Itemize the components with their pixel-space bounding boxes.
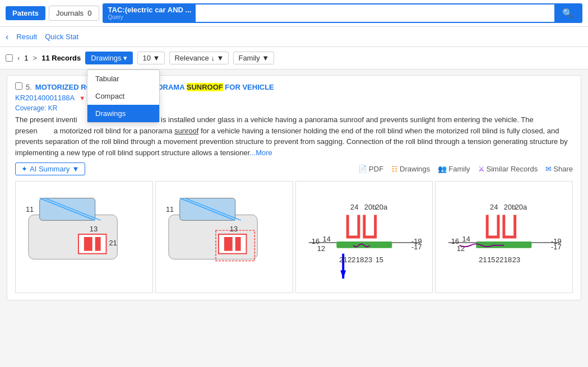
pdf-link[interactable]: 📄 PDF: [358, 165, 383, 173]
title-post: FOR VEHICLE: [223, 83, 274, 91]
svg-text:21: 21: [109, 239, 117, 247]
svg-text:12: 12: [457, 244, 465, 253]
view-option-tabular[interactable]: Tabular: [87, 70, 159, 87]
view-option-drawings[interactable]: Drawings: [87, 105, 159, 122]
records-count: 11 Records: [41, 54, 81, 62]
svg-rect-38: [476, 241, 532, 248]
svg-text:-17: -17: [551, 243, 562, 251]
drawing-thumb-4[interactable]: 14 24 20b 20a 12 16 -19 -17 21 15 22 18 …: [435, 181, 573, 293]
result-link[interactable]: Result: [16, 32, 37, 41]
view-option-compact[interactable]: Compact: [87, 87, 159, 105]
similar-records-link[interactable]: ⚔ Similar Records: [478, 165, 538, 173]
similar-icon: ⚔: [478, 165, 485, 173]
patent-id[interactable]: KR20140001188A: [15, 94, 75, 102]
records-bar: ‹ 1 > 11 Records Drawings ▾ Tabular Comp…: [0, 47, 588, 69]
svg-text:12: 12: [317, 244, 325, 253]
ai-sparkle-icon: ✦: [21, 165, 27, 173]
action-links: 📄 PDF ☷ Drawings 👥 Family ⚔ Similar Reco…: [358, 165, 573, 173]
ai-summary-label: AI Summary: [30, 165, 70, 173]
search-prefix-wrap: TAC:(electric car AND ... Query: [104, 4, 196, 22]
next-page-button[interactable]: >: [33, 54, 38, 62]
svg-text:24: 24: [350, 203, 358, 211]
svg-text:20a: 20a: [375, 203, 387, 211]
view-caret-icon: ▾: [123, 54, 127, 62]
prev-page-button[interactable]: ‹: [17, 54, 20, 62]
sort-dropdown[interactable]: Relevance ↓ ▼: [169, 52, 229, 64]
result-actions: ✦ AI Summary ▼ 📄 PDF ☷ Drawings 👥 Family: [15, 162, 573, 175]
svg-rect-16: [235, 237, 240, 251]
svg-rect-6: [95, 237, 101, 251]
search-prefix-text: TAC:(electric car AND ...: [108, 6, 192, 14]
share-link[interactable]: ✉ Share: [545, 165, 573, 173]
result-number: 5.: [26, 83, 32, 91]
svg-text:13: 13: [90, 225, 98, 233]
svg-text:18: 18: [504, 255, 512, 264]
svg-text:23: 23: [364, 255, 372, 264]
coverage-link[interactable]: Coverage: KR: [15, 104, 57, 112]
drawing-thumb-1[interactable]: 11 13 21: [15, 181, 153, 293]
svg-text:15: 15: [487, 255, 495, 264]
svg-text:20b: 20b: [504, 203, 516, 211]
drawing-thumb-3[interactable]: 14 24 20b 20a 12 16 -19 -17 21 22 18 23 …: [295, 181, 433, 293]
svg-text:21: 21: [339, 255, 347, 264]
search-box: TAC:(electric car AND ... Query 🔍: [103, 3, 582, 23]
svg-rect-15: [224, 237, 233, 251]
family-icon: 👥: [438, 165, 447, 173]
svg-text:11: 11: [26, 205, 34, 213]
view-dropdown-button[interactable]: Drawings ▾: [85, 52, 133, 64]
search-button[interactable]: 🔍: [554, 4, 581, 22]
per-page-dropdown[interactable]: 10 ▼: [137, 52, 165, 64]
family-dropdown[interactable]: Family ▼: [233, 52, 274, 64]
bookmark-icon[interactable]: ▼: [79, 95, 85, 101]
search-input[interactable]: [196, 4, 554, 22]
svg-marker-23: [340, 270, 346, 278]
svg-text:11: 11: [166, 205, 174, 213]
svg-text:20b: 20b: [364, 203, 376, 211]
svg-text:20a: 20a: [515, 203, 527, 211]
title-ama: AMA: [168, 83, 187, 91]
drawings-grid: 11 13 21 11 13: [15, 181, 573, 293]
view-label: Drawings: [91, 54, 121, 62]
drawings-icon: ☷: [391, 165, 398, 173]
svg-rect-5: [84, 237, 92, 251]
top-bar: Patents Journals 0 TAC:(electric car AND…: [0, 0, 588, 27]
svg-text:14: 14: [462, 235, 470, 243]
share-icon: ✉: [545, 165, 552, 173]
ai-summary-button[interactable]: ✦ AI Summary ▼: [15, 162, 85, 175]
tab-journals[interactable]: Journals 0: [49, 6, 99, 21]
back-button[interactable]: ‹: [6, 32, 8, 42]
quickstat-link[interactable]: Quick Stat: [45, 32, 78, 41]
page-current: 1: [24, 54, 28, 62]
svg-rect-4: [78, 234, 107, 254]
svg-text:14: 14: [322, 235, 330, 243]
drawings-link[interactable]: ☷ Drawings: [391, 165, 430, 173]
svg-text:22: 22: [496, 255, 503, 264]
family-link[interactable]: 👥 Family: [438, 165, 470, 173]
pdf-icon: 📄: [358, 165, 367, 173]
sunroof-highlight-2: sunroof: [174, 127, 198, 135]
svg-text:15: 15: [375, 255, 383, 264]
search-query-label: Query: [108, 14, 192, 20]
svg-text:-17: -17: [411, 243, 422, 251]
svg-text:23: 23: [512, 255, 520, 264]
sunroof-highlight-1: sunroof: [340, 115, 364, 124]
ai-summary-caret-icon: ▼: [72, 165, 80, 173]
drawing-thumb-2[interactable]: 11 13: [155, 181, 293, 293]
svg-text:22: 22: [348, 255, 355, 264]
svg-text:13: 13: [230, 225, 238, 233]
svg-text:24: 24: [490, 203, 498, 211]
view-dropdown-menu: Tabular Compact Drawings: [87, 69, 160, 123]
result-checkbox[interactable]: [15, 82, 22, 90]
select-all-checkbox[interactable]: [6, 54, 13, 62]
svg-text:16: 16: [451, 237, 459, 245]
svg-text:21: 21: [479, 255, 487, 264]
svg-text:18: 18: [356, 255, 364, 264]
title-sunroof-highlight: SUNROOF: [187, 83, 223, 91]
tab-patents[interactable]: Patents: [6, 6, 45, 20]
more-link[interactable]: ...More: [249, 148, 272, 157]
nav-bar: ‹ Result Quick Stat: [0, 27, 588, 47]
svg-text:16: 16: [311, 237, 319, 245]
svg-rect-14: [219, 234, 247, 254]
